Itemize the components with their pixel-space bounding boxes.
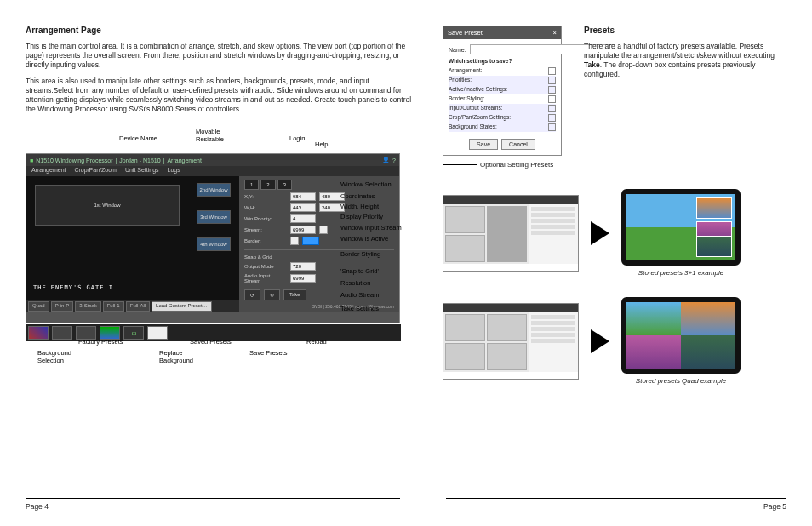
opt-io-check[interactable] — [548, 105, 556, 112]
window-2[interactable]: 2nd Window — [197, 183, 231, 197]
opt-io-streams: Input/Output Streams: — [449, 105, 503, 112]
menu-unit[interactable]: Unit Settings — [125, 167, 159, 175]
dialog-save-button[interactable]: Save — [469, 139, 498, 150]
prio-label: Win Priority: — [244, 216, 287, 221]
arrangement-para1: This is the main control area. It is a c… — [26, 42, 417, 70]
preset-source-2 — [443, 303, 579, 380]
presets-bar: Quad P-in-P 3-Stack Full-1 Full-All Load… — [26, 300, 239, 312]
callout-audio-stream: Audio Stream — [340, 291, 379, 299]
callout-width-height: Width, Height — [340, 203, 379, 210]
bg-thumb-add[interactable] — [147, 326, 168, 340]
opt-bg-check[interactable] — [548, 123, 556, 131]
callout-replace-bg: Replace Background — [159, 349, 193, 364]
callout-help: Help — [315, 140, 328, 148]
example-row-2: Stored presets Quad example — [443, 297, 786, 385]
stream-label: Stream: — [244, 227, 287, 232]
dialog-title: Save Preset — [448, 29, 483, 37]
optional-setting-label: Optional Setting Presets — [480, 161, 553, 169]
arrow-icon — [591, 221, 609, 245]
opt-cpz-check[interactable] — [548, 114, 556, 122]
bg-thumb-1[interactable] — [28, 326, 49, 340]
app-titlebar: ■ N1510 Windowing Processor | Jordan - N… — [26, 154, 399, 166]
callout-background-selection: Background Selection — [37, 349, 71, 364]
save-preset-dialog: Save Preset× Name: Which settings to sav… — [443, 26, 562, 156]
callout-display-priority: Display Priority — [340, 213, 383, 220]
border-label: Border: — [244, 238, 287, 243]
preset-source-1 — [443, 195, 579, 272]
presets-heading: Presets — [584, 26, 786, 35]
name-label: Name: — [449, 47, 466, 53]
outmode-label: Output Mode — [244, 264, 287, 269]
callout-border-styling: Border Styling — [340, 250, 380, 258]
load-custom-preset[interactable]: Load Custom Preset… — [152, 301, 212, 312]
bg-thumb-2[interactable] — [52, 326, 72, 340]
opt-arrangement-check[interactable] — [548, 67, 556, 75]
callout-window-input-stream: Window Input Stream — [340, 224, 402, 232]
banner-text: THE ENEMY'S GATE I — [26, 280, 239, 295]
close-icon[interactable]: × — [553, 29, 557, 37]
help-icon[interactable]: ? — [392, 157, 396, 163]
callout-saved-presets: Saved Presets — [190, 338, 232, 346]
example-row-1: Stored presets 3+1 example — [443, 189, 786, 277]
login-icon[interactable]: 👤 — [382, 157, 390, 163]
wh-label: W,H: — [244, 205, 287, 210]
preset-pinp[interactable]: P-in-P — [51, 301, 74, 312]
prio-input[interactable] — [290, 214, 316, 223]
bg-thumb-5[interactable]: ⊞ — [123, 326, 144, 340]
menu-logs[interactable]: Logs — [168, 167, 180, 175]
x-input[interactable] — [290, 192, 316, 201]
viewport[interactable]: 1st Window 2nd Window 3rd Window 4th Win… — [26, 176, 239, 312]
w-input[interactable] — [290, 203, 316, 212]
presets-para: There are a handful of factory presets a… — [584, 42, 786, 79]
footer-left: Page 4 — [26, 498, 400, 511]
left-column: Arrangement Page This is the main contro… — [26, 26, 417, 500]
window-1[interactable]: 1st Window — [35, 185, 180, 226]
tab-2[interactable]: 2 — [260, 180, 275, 190]
preset-full1[interactable]: Full-1 — [103, 301, 124, 312]
arrow-icon — [591, 329, 609, 353]
preset-quad[interactable]: Quad — [28, 301, 49, 312]
preset-result-1: Stored presets 3+1 example — [621, 189, 741, 277]
audio-input[interactable] — [290, 274, 316, 283]
callout-reload: Reload — [306, 338, 327, 346]
save-button[interactable]: ⟳ — [244, 289, 260, 300]
opt-active: Active/Inactive Settings: — [449, 86, 507, 94]
tab-3[interactable]: 3 — [277, 180, 292, 190]
reload-button[interactable]: ↻ — [264, 289, 280, 300]
opt-priorities-check[interactable] — [548, 77, 556, 84]
title-mid: Jordan - N1510 — [119, 157, 160, 163]
opt-active-check[interactable] — [548, 86, 556, 94]
footer-right: Page 5 — [446, 498, 786, 511]
callout-save-presets: Save Presets — [249, 349, 288, 357]
callout-take-settings: Take Settings — [340, 305, 379, 312]
window-4[interactable]: 4th Window — [197, 237, 231, 251]
menu-arrangement[interactable]: Arrangement — [31, 167, 66, 175]
preset-fullall[interactable]: Full-All — [126, 301, 150, 312]
title-prefix: N1510 Windowing Processor — [36, 157, 112, 163]
stream-input[interactable] — [290, 226, 316, 234]
callout-login: Login — [289, 134, 305, 142]
opt-border-check[interactable] — [548, 95, 556, 103]
active-checkbox[interactable] — [319, 226, 328, 234]
dialog-cancel-button[interactable]: Cancel — [501, 139, 535, 150]
callout-resolution: Resolution — [340, 279, 370, 287]
tab-1[interactable]: 1 — [244, 180, 259, 190]
right-column: Save Preset× Name: Which settings to sav… — [443, 26, 786, 500]
border-color-swatch[interactable] — [302, 237, 319, 245]
caption-1: Stored presets 3+1 example — [621, 269, 741, 277]
border-checkbox[interactable] — [290, 237, 299, 245]
menu-crop[interactable]: Crop/Pan/Zoom — [74, 167, 116, 175]
callout-snap: 'Snap to Grid' — [340, 267, 379, 275]
callout-device-name: Device Name — [119, 134, 157, 142]
outmode-input[interactable] — [290, 262, 316, 271]
callout-coordinates: Coordinates — [340, 192, 375, 200]
opt-bg: Background States: — [449, 123, 497, 131]
window-3[interactable]: 3rd Window — [197, 210, 231, 224]
preset-3stack[interactable]: 3-Stack — [75, 301, 100, 312]
take-button[interactable]: Take — [283, 289, 306, 300]
opt-priorities: Priorities: — [449, 77, 472, 84]
callout-factory-presets: Factory Presets — [78, 338, 123, 346]
preset-result-2: Stored presets Quad example — [621, 297, 741, 385]
title-suf: Arrangement — [167, 157, 201, 163]
audio-label: Audio Input Stream — [244, 273, 287, 283]
